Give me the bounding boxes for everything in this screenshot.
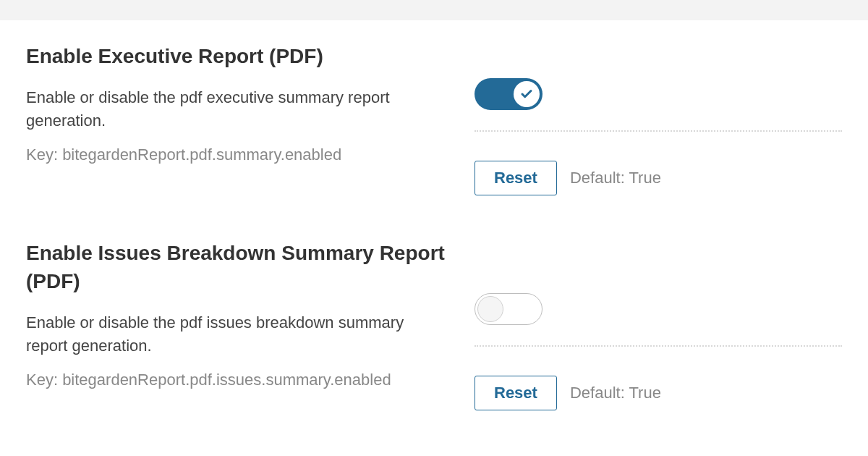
- default-label: Default: True: [570, 384, 661, 402]
- reset-button[interactable]: Reset: [475, 376, 557, 410]
- divider: [475, 130, 842, 132]
- setting-left: Enable Issues Breakdown Summary Report (…: [26, 239, 475, 392]
- reset-row: Reset Default: True: [475, 376, 842, 410]
- setting-right: Reset Default: True: [475, 239, 842, 410]
- top-bar: [0, 0, 868, 20]
- toggle-knob: [514, 81, 540, 107]
- setting-description: Enable or disable the pdf executive summ…: [26, 86, 446, 132]
- default-label: Default: True: [570, 169, 661, 187]
- setting-title: Enable Executive Report (PDF): [26, 42, 446, 70]
- setting-right: Reset Default: True: [475, 42, 842, 195]
- setting-key: Key: bitegardenReport.pdf.summary.enable…: [26, 144, 446, 166]
- toggle-issues-breakdown[interactable]: [475, 293, 542, 325]
- setting-key: Key: bitegardenReport.pdf.issues.summary…: [26, 369, 446, 392]
- toggle-area: [475, 78, 842, 113]
- setting-executive-report: Enable Executive Report (PDF) Enable or …: [26, 42, 842, 195]
- setting-issues-breakdown: Enable Issues Breakdown Summary Report (…: [26, 239, 842, 410]
- reset-button[interactable]: Reset: [475, 161, 557, 195]
- toggle-area: [475, 293, 842, 328]
- toggle-executive-report[interactable]: [475, 78, 542, 110]
- check-icon: [520, 88, 533, 101]
- setting-left: Enable Executive Report (PDF) Enable or …: [26, 42, 475, 166]
- toggle-knob: [477, 296, 503, 322]
- setting-title: Enable Issues Breakdown Summary Report (…: [26, 239, 446, 295]
- settings-content: Enable Executive Report (PDF) Enable or …: [0, 20, 868, 410]
- reset-row: Reset Default: True: [475, 161, 842, 195]
- setting-description: Enable or disable the pdf issues breakdo…: [26, 311, 446, 358]
- divider: [475, 345, 842, 347]
